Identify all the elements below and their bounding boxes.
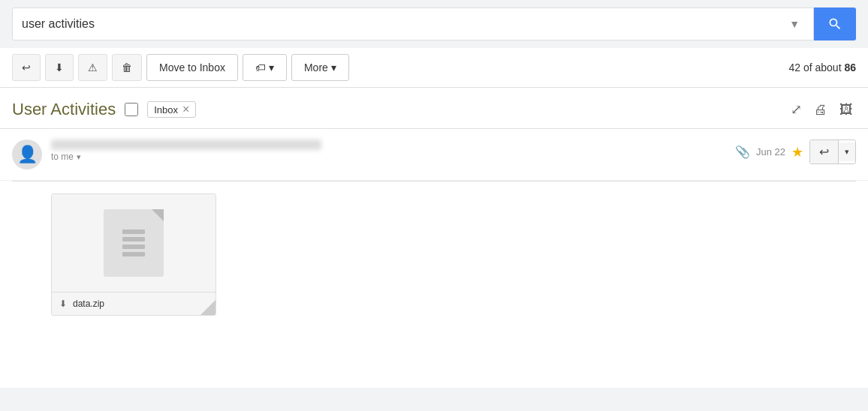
back-icon: ↩: [22, 62, 31, 74]
to-me-line: to me ▾: [51, 152, 726, 162]
search-dropdown-button[interactable]: ▼: [785, 18, 804, 30]
zip-file-icon: [104, 209, 164, 277]
download-icon: ⬇: [59, 298, 67, 309]
thread-header: User Activities Inbox × ⤢ 🖨 🖼: [0, 88, 868, 129]
print-icon: 🖨: [814, 102, 827, 118]
reply-button-group: ↩ ▾: [809, 140, 856, 164]
reply-icon: ↩: [819, 145, 829, 159]
images-button[interactable]: 🖼: [836, 99, 856, 121]
attachment-info: ⬇ data.zip: [52, 292, 215, 315]
email-message: 👤 to me ▾ 📎 Jun 22 ★ ↩ ▾: [0, 129, 868, 181]
more-dropdown-icon: ▾: [331, 62, 336, 74]
thread-header-actions: ⤢ 🖨 🖼: [788, 98, 856, 121]
to-me-dropdown-button[interactable]: ▾: [77, 152, 81, 162]
inbox-tag: Inbox ×: [147, 101, 196, 118]
inbox-tag-label: Inbox: [154, 104, 178, 116]
email-actions: 📎 Jun 22 ★ ↩ ▾: [735, 140, 856, 164]
star-icon[interactable]: ★: [791, 144, 803, 160]
back-button[interactable]: ↩: [12, 54, 41, 81]
zip-stripe-4: [122, 252, 145, 256]
label-icon: 🏷: [255, 62, 266, 74]
reply-button[interactable]: ↩: [810, 140, 839, 164]
reply-dropdown-button[interactable]: ▾: [839, 142, 855, 161]
attachment-filename: data.zip: [73, 298, 208, 309]
label-dropdown-icon: ▾: [269, 62, 274, 74]
delete-button[interactable]: 🗑: [112, 54, 142, 81]
move-to-inbox-button[interactable]: Move to Inbox: [146, 54, 238, 81]
person-icon: 👤: [17, 145, 38, 164]
sender-name: [51, 140, 321, 150]
zip-stripes: [122, 230, 145, 256]
print-button[interactable]: 🖨: [811, 99, 830, 121]
images-icon: 🖼: [839, 102, 853, 118]
avatar: 👤: [12, 140, 42, 170]
move-to-inbox-label: Move to Inbox: [159, 62, 225, 74]
popout-button[interactable]: ⤢: [788, 98, 805, 121]
search-input-wrap: ▼: [12, 8, 814, 40]
attachment-card: ⬇ data.zip: [51, 194, 216, 316]
email-body: to me ▾: [51, 140, 726, 162]
archive-icon: ⬇: [55, 62, 64, 74]
popout-icon: ⤢: [791, 101, 802, 118]
email-date: Jun 22: [756, 146, 785, 158]
archive-button[interactable]: ⬇: [45, 54, 74, 81]
trash-icon: 🗑: [122, 62, 132, 74]
attachment-preview[interactable]: [52, 194, 215, 292]
label-button[interactable]: 🏷 ▾: [243, 54, 287, 81]
attachment-area: ⬇ data.zip: [0, 182, 868, 328]
search-input[interactable]: [22, 17, 785, 31]
zip-stripe-2: [122, 237, 145, 242]
spam-button[interactable]: ⚠: [78, 54, 107, 81]
zip-stripe-3: [122, 244, 145, 249]
content-area: User Activities Inbox × ⤢ 🖨 🖼 👤: [0, 88, 868, 388]
search-bar: ▼: [0, 0, 868, 48]
inbox-tag-close[interactable]: ×: [182, 104, 189, 116]
search-button[interactable]: [814, 8, 856, 40]
spam-icon: ⚠: [88, 62, 98, 74]
more-label: More: [304, 62, 328, 74]
to-me-label: to me: [51, 152, 74, 162]
attachment-corner: [200, 300, 215, 315]
zip-stripe-1: [122, 230, 145, 234]
more-button[interactable]: More ▾: [291, 54, 349, 81]
thread-title: User Activities: [12, 100, 116, 119]
pagination: 42 of about 86: [788, 62, 856, 74]
attachment-icon: 📎: [735, 145, 750, 159]
toolbar: ↩ ⬇ ⚠ 🗑 Move to Inbox 🏷 ▾ More ▾ 42 of a…: [0, 48, 868, 88]
reply-dropdown-icon: ▾: [845, 147, 849, 156]
thread-checkbox[interactable]: [125, 103, 138, 116]
sender-line: [51, 140, 726, 150]
